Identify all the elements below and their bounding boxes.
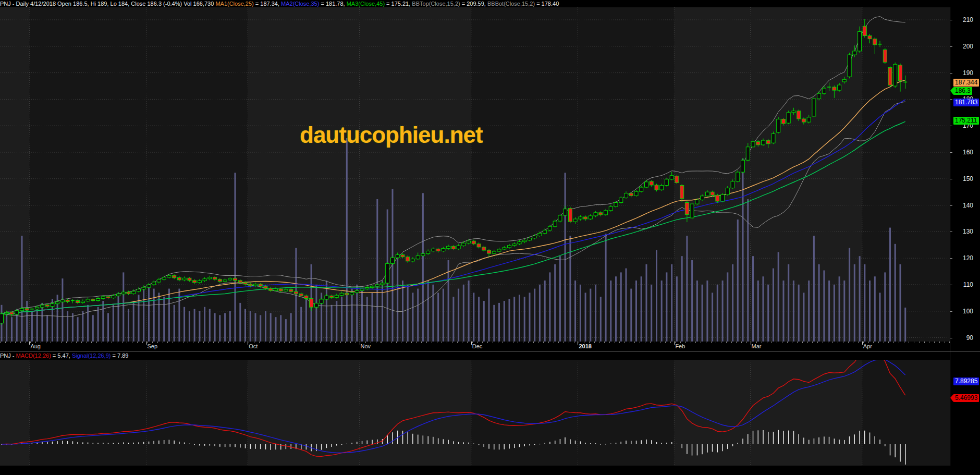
info-segment: BBBot(Close,15,2) bbox=[487, 1, 535, 7]
macd-info-bar: PNJ - MACD(12,26) = 5.47, Signal(12,26,9… bbox=[0, 352, 980, 360]
price-chart-canvas[interactable] bbox=[0, 7, 950, 342]
info-segment: = 5.47, bbox=[51, 352, 72, 359]
month-tick bbox=[751, 342, 751, 345]
y-axis-tick-label: 140 bbox=[951, 202, 973, 209]
value-marker: 187.344 bbox=[953, 79, 979, 87]
value-marker: 5.46993 bbox=[953, 394, 979, 402]
info-segment: MA2(Close,35) bbox=[281, 1, 319, 7]
y-axis-tick-label: 160 bbox=[951, 149, 973, 156]
watermark: dautucophieu.net bbox=[300, 122, 483, 148]
y-axis-tick-label: 110 bbox=[951, 281, 973, 288]
y-axis-tick-label: 130 bbox=[951, 228, 973, 235]
value-marker: 186.3 bbox=[953, 87, 972, 95]
month-tick bbox=[862, 342, 863, 345]
y-axis-tick-label: 190 bbox=[951, 69, 973, 77]
info-segment: = 7.89 bbox=[111, 352, 128, 359]
month-tick bbox=[248, 342, 248, 345]
x-axis-label: Sep bbox=[148, 343, 158, 349]
x-axis-label: Aug bbox=[30, 343, 41, 349]
x-axis-label: Apr bbox=[863, 343, 872, 349]
x-axis-label: Nov bbox=[361, 343, 371, 349]
info-segment: PNJ - Daily 4/12/2018 Open 186.5, Hi 189… bbox=[0, 1, 215, 7]
month-tick bbox=[29, 342, 30, 345]
y-axis-tick-label: 200 bbox=[951, 43, 973, 50]
month-tick bbox=[578, 342, 578, 345]
value-marker: 7.89285 bbox=[953, 377, 979, 385]
y-axis-tick-label: 100 bbox=[951, 308, 973, 315]
info-segment: Signal(12,26,9) bbox=[72, 352, 111, 359]
marker-arrow-icon bbox=[950, 394, 953, 402]
x-axis-label: Dec bbox=[472, 343, 483, 349]
month-tick bbox=[146, 342, 147, 345]
month-tick bbox=[471, 342, 472, 345]
info-segment: = 209.59, bbox=[460, 1, 487, 7]
macd-chart[interactable] bbox=[0, 360, 950, 466]
info-segment: BBTop(Close,15,2) bbox=[412, 1, 460, 7]
info-segment: = 178.40 bbox=[535, 1, 559, 7]
value-marker: 181.783 bbox=[953, 99, 979, 106]
x-axis-label: Feb bbox=[675, 343, 685, 349]
info-segment: = 181.78, bbox=[319, 1, 346, 7]
info-segment: PNJ - bbox=[0, 352, 16, 359]
y-axis-tick-label: 150 bbox=[951, 175, 973, 182]
info-segment: MACD(12,26) bbox=[16, 352, 51, 359]
macd-chart-canvas[interactable] bbox=[0, 360, 950, 466]
y-axis-tick-label: 90 bbox=[951, 334, 973, 342]
x-axis-label: Mar bbox=[752, 343, 762, 349]
x-axis-label: Oct bbox=[249, 343, 258, 349]
info-bar: PNJ - Daily 4/12/2018 Open 186.5, Hi 189… bbox=[0, 0, 980, 7]
price-axis[interactable]: 2102001901801701601501401301201101009018… bbox=[950, 7, 980, 351]
macd-axis[interactable]: 7.892855.46993 bbox=[950, 360, 980, 466]
info-segment: = 175.21, bbox=[385, 1, 412, 7]
info-segment: MA1(Close,25) bbox=[215, 1, 253, 7]
date-axis[interactable]: AugSepOctNovDec2018FebMarApr bbox=[0, 342, 950, 351]
y-axis-tick-label: 210 bbox=[951, 16, 973, 23]
info-segment: MA3(Close,45) bbox=[347, 1, 385, 7]
month-tick bbox=[360, 342, 360, 345]
info-segment: = 187.34, bbox=[254, 1, 281, 7]
marker-arrow-icon bbox=[950, 87, 953, 95]
y-axis-tick-label: 120 bbox=[951, 254, 973, 262]
month-tick bbox=[674, 342, 675, 345]
price-chart[interactable]: dautucophieu.net bbox=[0, 7, 950, 342]
x-axis-label: 2018 bbox=[579, 343, 591, 349]
value-marker: 175.211 bbox=[953, 117, 979, 125]
